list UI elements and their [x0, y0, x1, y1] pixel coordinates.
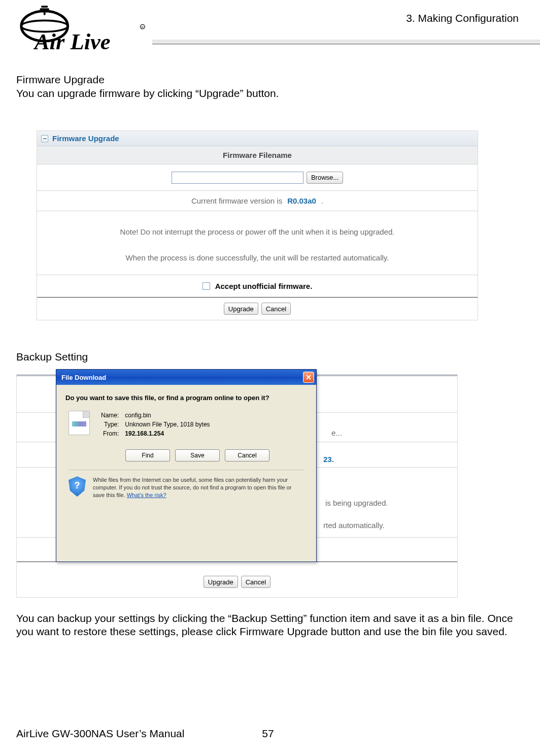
type-value: Unknown File Type, 1018 bytes — [122, 420, 213, 429]
name-value: config.bin — [122, 411, 213, 420]
file-icon — [69, 411, 90, 435]
dialog-cancel-button[interactable]: Cancel — [225, 449, 269, 462]
firmware-upgrade-panel: − Firmware Upgrade Firmware Filename Bro… — [37, 130, 478, 320]
browse-button[interactable]: Browse... — [307, 172, 343, 184]
close-icon[interactable]: ✕ — [303, 372, 314, 383]
dialog-question: Do you want to save this file, or find a… — [65, 394, 307, 403]
backup-screenshot: e... 23. is being upgraded. rted automat… — [16, 374, 458, 598]
accept-unofficial-checkbox[interactable] — [203, 282, 210, 290]
panel-note-2: When the process is done successfully, t… — [47, 252, 467, 264]
shield-icon — [69, 476, 86, 497]
version-suffix: . — [321, 196, 323, 205]
bg-upgrade-button[interactable]: Upgrade — [204, 576, 238, 588]
type-label: Type: — [98, 420, 122, 429]
svg-text:Air Live: Air Live — [33, 29, 111, 53]
from-label: From: — [98, 429, 122, 438]
dialog-warning-text: While files from the Internet can be use… — [93, 476, 302, 499]
whats-the-risk-link[interactable]: What's the risk? — [127, 492, 166, 498]
version-prefix: Current firmware version is — [191, 196, 282, 205]
bg-version-fragment: 23. — [323, 455, 334, 464]
version-value: R0.03a0 — [287, 196, 316, 205]
save-button[interactable]: Save — [175, 449, 220, 462]
file-download-dialog: File Download ✕ Do you want to save this… — [56, 369, 317, 562]
from-value: 192.168.1.254 — [122, 429, 213, 438]
chapter-label: 3. Making Configuration — [406, 12, 519, 24]
panel-note-1: Note! Do not interrupt the process or po… — [47, 226, 467, 238]
upgrade-button[interactable]: Upgrade — [224, 303, 258, 315]
page-footer: AirLive GW-300NAS User’s Manual 57 — [16, 728, 520, 740]
panel-column-header: Firmware Filename — [37, 146, 478, 165]
bg-note-fragment-2: rted automatically. — [323, 521, 385, 530]
bg-cancel-button[interactable]: Cancel — [241, 576, 271, 588]
accept-unofficial-label: Accept unofficial firmware. — [215, 282, 313, 290]
manual-name: AirLive GW-300NAS User’s Manual — [16, 728, 184, 739]
section-firmware-upgrade-title: Firmware Upgrade — [16, 74, 520, 86]
bg-note-fragment-1: is being upgraded. — [325, 499, 388, 507]
cancel-button[interactable]: Cancel — [261, 303, 291, 315]
section-backup-title: Backup Setting — [16, 351, 520, 363]
bg-browse-fragment: e... — [331, 429, 342, 437]
dialog-title: File Download — [61, 374, 106, 381]
section-backup-desc: You can backup your settings by clicking… — [16, 612, 520, 638]
find-button[interactable]: Find — [125, 449, 170, 462]
panel-collapse-icon[interactable]: − — [41, 135, 48, 142]
section-firmware-upgrade-desc: You can upgrade firmware by clicking “Up… — [16, 87, 520, 100]
firmware-file-input[interactable] — [172, 172, 303, 184]
name-label: Name: — [98, 411, 122, 420]
panel-title: Firmware Upgrade — [52, 134, 119, 143]
svg-text:R: R — [141, 25, 144, 29]
page-number: 57 — [262, 728, 274, 740]
brand-logo: Air Live R — [16, 5, 148, 53]
